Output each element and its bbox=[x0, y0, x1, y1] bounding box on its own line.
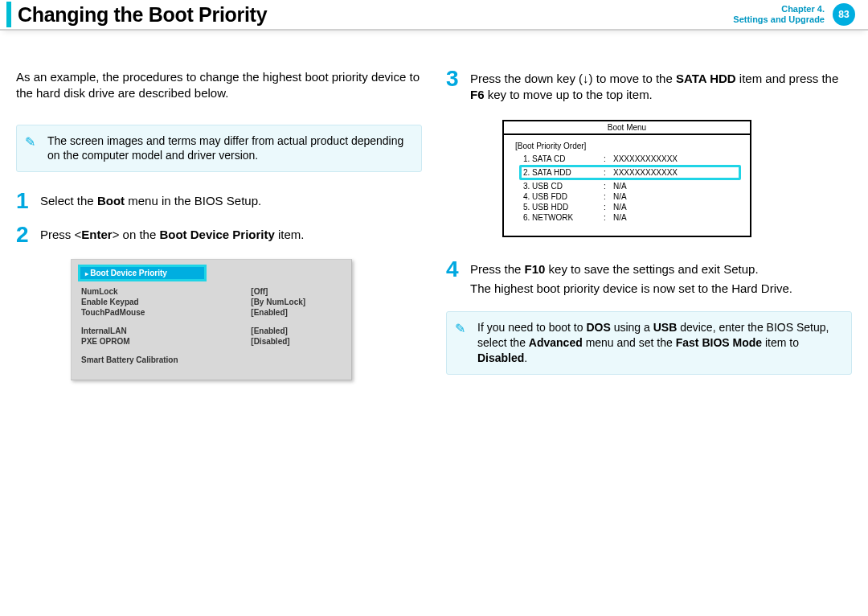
boot-value: XXXXXXXXXXXX bbox=[613, 168, 678, 177]
boot-value: N/A bbox=[613, 203, 627, 211]
bios-selected-item: Boot Device Priority bbox=[78, 265, 207, 281]
step-bold: F10 bbox=[525, 262, 546, 276]
note-text: The screen images and terms may differ f… bbox=[47, 134, 403, 162]
step-body: Press <Enter> on the Boot Device Priorit… bbox=[40, 225, 422, 243]
page-header: Changing the Boot Priority Chapter 4. Se… bbox=[0, 0, 868, 31]
note-fragment: If you need to boot to bbox=[477, 321, 586, 334]
step-bold: Boot bbox=[97, 194, 125, 207]
step-text: The highest boot priority device is now … bbox=[470, 281, 852, 297]
boot-menu-list: 1. SATA CD:XXXXXXXXXXXX 2. SATA HDD:XXXX… bbox=[515, 154, 739, 223]
bios-key: Smart Battery Calibration bbox=[78, 355, 227, 365]
step-3: 3 Press the down key (↓) to move to the … bbox=[446, 69, 852, 104]
note-fragment: menu and set the bbox=[583, 336, 676, 349]
boot-menu-row: 6. NETWORK:N/A bbox=[522, 212, 739, 223]
left-column: As an example, the procedures to change … bbox=[16, 69, 422, 394]
accent-bar bbox=[6, 2, 11, 27]
right-column: 3 Press the down key (↓) to move to the … bbox=[446, 69, 852, 394]
step-bold: Boot Device Priority bbox=[159, 228, 274, 241]
note-text: If you need to boot to DOS using a USB d… bbox=[477, 321, 829, 364]
step-body: Press the down key (↓) to move to the SA… bbox=[470, 69, 852, 104]
bios-value: [By NumLock] bbox=[227, 297, 345, 307]
boot-menu-row: 5. USB HDD:N/A bbox=[522, 202, 739, 212]
boot-value: N/A bbox=[613, 192, 627, 201]
step-text: key to save the settings and exit Setup. bbox=[545, 262, 758, 276]
boot-key: 5. USB HDD bbox=[523, 203, 604, 211]
boot-key: 3. USB CD bbox=[523, 182, 604, 191]
bios-value: [Enabled] bbox=[227, 307, 345, 318]
bios-key: TouchPadMouse bbox=[78, 307, 227, 318]
step-4: 4 Press the F10 key to save the settings… bbox=[446, 260, 852, 298]
note-box: ✎ The screen images and terms may differ… bbox=[16, 125, 422, 173]
step-text: item. bbox=[275, 228, 305, 241]
chapter-line1: Chapter 4. bbox=[733, 4, 825, 14]
step-number: 1 bbox=[16, 191, 32, 211]
bios-key: PXE OPROM bbox=[78, 336, 227, 347]
boot-key: 1. SATA CD bbox=[523, 154, 604, 163]
bios-value bbox=[227, 355, 345, 365]
step-text: key to move up to the top item. bbox=[485, 88, 653, 101]
step-bold: Enter bbox=[81, 228, 112, 241]
chapter-text: Chapter 4. Settings and Upgrade bbox=[733, 4, 825, 25]
step-text: item and press the bbox=[736, 72, 839, 85]
step-2: 2 Press <Enter> on the Boot Device Prior… bbox=[16, 225, 422, 244]
bios-settings-table: NumLock[Off] Enable Keypad[By NumLock] T… bbox=[78, 286, 345, 365]
step-text: Press the down key (↓) to move to the bbox=[470, 72, 676, 85]
bios-row: TouchPadMouse[Enabled] bbox=[78, 307, 345, 318]
boot-menu-row-highlight: 2. SATA HDD:XXXXXXXXXXXX bbox=[519, 165, 741, 180]
boot-key: 2. SATA HDD bbox=[523, 168, 604, 177]
boot-menu-row: 4. USB FDD:N/A bbox=[522, 191, 739, 202]
boot-menu-title: Boot Menu bbox=[504, 121, 750, 135]
step-text: Select the bbox=[40, 194, 97, 207]
bios-value: [Off] bbox=[227, 286, 345, 297]
bios-value: [Enabled] bbox=[227, 326, 345, 336]
bios-key: Enable Keypad bbox=[78, 297, 227, 307]
bios-value: [Disabled] bbox=[227, 336, 345, 347]
bios-setup-panel: Boot Device Priority NumLock[Off] Enable… bbox=[71, 259, 352, 380]
chapter-line2: Settings and Upgrade bbox=[733, 14, 825, 25]
step-number: 2 bbox=[16, 225, 32, 244]
step-bold: SATA HDD bbox=[676, 72, 736, 85]
step-text: Press the bbox=[470, 262, 525, 276]
note-fragment: item to bbox=[762, 336, 799, 349]
note-icon: ✎ bbox=[455, 320, 465, 338]
chapter-info: Chapter 4. Settings and Upgrade 83 bbox=[733, 3, 855, 26]
intro-paragraph: As an example, the procedures to change … bbox=[16, 69, 422, 102]
step-body: Press the F10 key to save the settings a… bbox=[470, 260, 852, 298]
step-text: Press < bbox=[40, 228, 81, 241]
bios-row: Smart Battery Calibration bbox=[78, 355, 345, 365]
boot-value: N/A bbox=[613, 182, 627, 191]
step-bold: F6 bbox=[470, 88, 485, 101]
note-fragment: . bbox=[524, 351, 527, 364]
bios-row: Enable Keypad[By NumLock] bbox=[78, 297, 345, 307]
boot-menu-row: 1. SATA CD:XXXXXXXXXXXX bbox=[522, 154, 739, 164]
note-bold: Fast BIOS Mode bbox=[676, 336, 762, 349]
page-number-badge: 83 bbox=[833, 3, 855, 26]
step-text: > on the bbox=[113, 228, 160, 241]
bios-row: InternalLAN[Enabled] bbox=[78, 326, 345, 336]
bios-row: NumLock[Off] bbox=[78, 286, 345, 297]
step-1: 1 Select the Boot menu in the BIOS Setup… bbox=[16, 191, 422, 211]
boot-value: XXXXXXXXXXXX bbox=[613, 154, 678, 163]
bios-row: PXE OPROM[Disabled] bbox=[78, 336, 345, 347]
step-text: menu in the BIOS Setup. bbox=[125, 194, 261, 207]
bios-key: NumLock bbox=[78, 286, 227, 297]
note-icon: ✎ bbox=[25, 133, 35, 151]
note-bold: Advanced bbox=[529, 336, 583, 349]
note-bold: USB bbox=[653, 321, 678, 334]
bios-key: InternalLAN bbox=[78, 326, 227, 336]
boot-key: 4. USB FDD bbox=[523, 192, 604, 201]
step-number: 4 bbox=[446, 260, 462, 279]
note-fragment: using a bbox=[611, 321, 653, 334]
boot-value: N/A bbox=[613, 213, 627, 222]
boot-menu-subtitle: [Boot Priority Order] bbox=[515, 142, 586, 150]
boot-key: 6. NETWORK bbox=[523, 213, 604, 222]
step-number: 3 bbox=[446, 69, 462, 88]
note-bold: Disabled bbox=[477, 351, 524, 364]
step-body: Select the Boot menu in the BIOS Setup. bbox=[40, 191, 422, 209]
boot-menu-row: 3. USB CD:N/A bbox=[522, 181, 739, 191]
page-title: Changing the Boot Priority bbox=[18, 3, 267, 27]
note-bold: DOS bbox=[586, 321, 610, 334]
note-box: ✎ If you need to boot to DOS using a USB… bbox=[446, 311, 852, 375]
boot-menu-panel: Boot Menu [Boot Priority Order] 1. SATA … bbox=[502, 120, 751, 237]
